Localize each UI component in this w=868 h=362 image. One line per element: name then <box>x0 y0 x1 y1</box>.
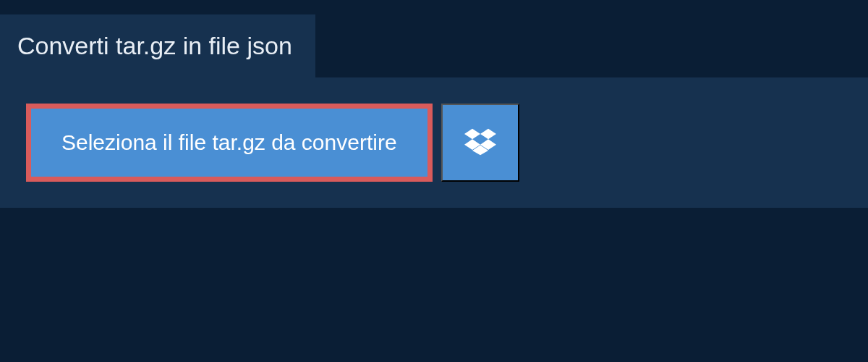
select-file-button[interactable]: Seleziona il file tar.gz da convertire <box>26 104 433 182</box>
page-title: Converti tar.gz in file json <box>17 32 292 60</box>
dropbox-icon <box>464 126 496 160</box>
upload-panel: Seleziona il file tar.gz da convertire <box>0 77 868 208</box>
header-tab: Converti tar.gz in file json <box>0 14 315 77</box>
dropbox-button[interactable] <box>441 104 519 182</box>
